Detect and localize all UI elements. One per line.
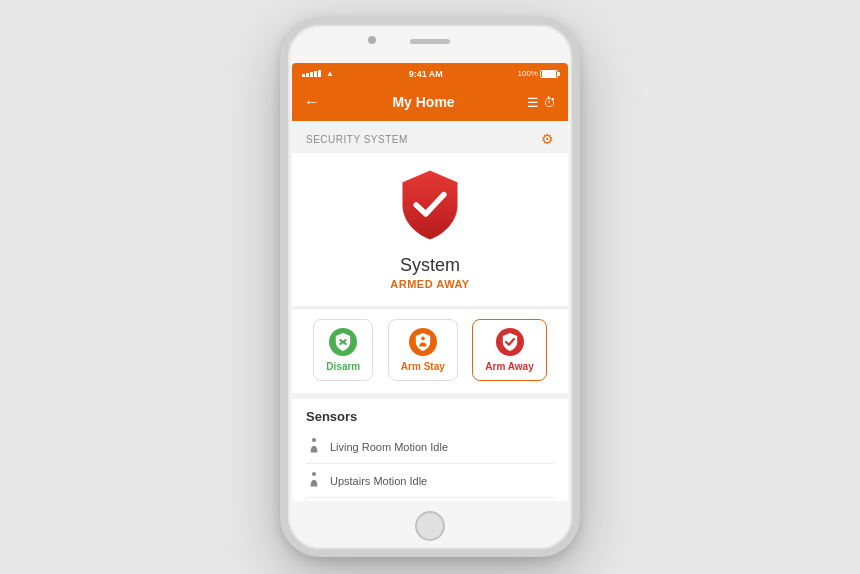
arm-away-label: Arm Away <box>485 361 533 372</box>
shield-container <box>395 167 465 247</box>
phone-wrapper: ▲ 9:41 AM 100% ← My Home ☰ ⏱ <box>280 17 580 557</box>
sensors-section: Sensors Living Room Motion Idle <box>292 399 568 501</box>
phone-frame: ▲ 9:41 AM 100% ← My Home ☰ ⏱ <box>280 17 580 557</box>
back-button[interactable]: ← <box>304 93 320 111</box>
phone-camera <box>368 36 376 44</box>
signal-dot-1 <box>302 74 305 77</box>
arm-stay-shield-icon <box>409 328 437 356</box>
svg-point-3 <box>312 438 316 442</box>
action-buttons: Disarm Arm Stay <box>292 308 568 393</box>
disarm-button[interactable]: Disarm <box>313 319 373 381</box>
signal-dots <box>302 70 321 77</box>
sensor-text-1: Living Room Motion Idle <box>330 441 448 453</box>
arm-away-button[interactable]: Arm Away <box>472 319 546 381</box>
settings-icon[interactable]: ⚙ <box>541 131 554 147</box>
status-time: 9:41 AM <box>409 69 443 79</box>
screen: ▲ 9:41 AM 100% ← My Home ☰ ⏱ <box>292 63 568 501</box>
signal-dot-2 <box>306 73 309 77</box>
motion-icon-2 <box>306 471 322 490</box>
menu-icon[interactable]: ☰ <box>527 95 539 110</box>
armed-status: ARMED AWAY <box>390 278 469 290</box>
signal-dot-4 <box>314 71 317 77</box>
signal-dot-5 <box>318 70 321 77</box>
status-left: ▲ <box>302 69 334 78</box>
arm-stay-button[interactable]: Arm Stay <box>388 319 458 381</box>
battery-label: 100% <box>518 69 538 78</box>
status-right: 100% <box>518 69 558 78</box>
battery-fill <box>542 71 556 77</box>
nav-title: My Home <box>392 94 454 110</box>
section-title: SECURITY SYSTEM <box>306 134 408 145</box>
sensors-title: Sensors <box>306 409 554 424</box>
clock-icon[interactable]: ⏱ <box>543 95 556 110</box>
disarm-label: Disarm <box>326 361 360 372</box>
sensor-upstairs-motion: Upstairs Motion Idle <box>306 464 554 498</box>
sensor-text-2: Upstairs Motion Idle <box>330 475 427 487</box>
system-label: System <box>400 255 460 276</box>
sensor-living-room-motion: Living Room Motion Idle <box>306 430 554 464</box>
home-button[interactable] <box>415 511 445 541</box>
battery-icon <box>540 70 558 78</box>
sensor-guest-room-door: Guest Room Door Closed <box>306 498 554 501</box>
signal-dot-3 <box>310 72 313 77</box>
nav-menu: ☰ ⏱ <box>527 95 556 110</box>
svg-point-4 <box>312 472 316 476</box>
motion-icon-1 <box>306 437 322 456</box>
shield-section: System ARMED AWAY <box>292 153 568 306</box>
nav-bar: ← My Home ☰ ⏱ <box>292 83 568 121</box>
main-content: SECURITY SYSTEM ⚙ <box>292 121 568 501</box>
wifi-icon: ▲ <box>326 69 334 78</box>
arm-stay-label: Arm Stay <box>401 361 445 372</box>
status-bar: ▲ 9:41 AM 100% <box>292 63 568 83</box>
disarm-shield-icon <box>329 328 357 356</box>
svg-point-2 <box>421 337 425 341</box>
shield-icon <box>395 167 465 243</box>
section-header: SECURITY SYSTEM ⚙ <box>292 121 568 153</box>
arm-away-shield-icon <box>496 328 524 356</box>
